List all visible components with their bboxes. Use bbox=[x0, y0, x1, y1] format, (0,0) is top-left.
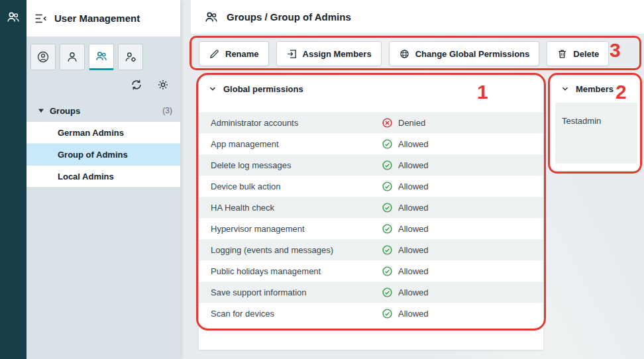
permission-status: Allowed bbox=[382, 223, 429, 234]
permission-name: Hypervisor management bbox=[211, 224, 382, 234]
breadcrumb: Groups / Group of Admins bbox=[227, 11, 351, 23]
main-header: Groups / Group of Admins bbox=[191, 0, 644, 34]
permission-row: Public holidays managementAllowed bbox=[199, 260, 543, 282]
collapse-sidebar-icon[interactable] bbox=[33, 11, 48, 26]
permission-status-label: Allowed bbox=[398, 266, 429, 276]
permission-row: HA Health checkAllowed bbox=[199, 197, 543, 218]
tab-groups[interactable] bbox=[89, 44, 114, 70]
assign-members-label: Assign Members bbox=[303, 49, 372, 59]
allowed-icon bbox=[382, 244, 393, 256]
trash-icon bbox=[557, 48, 568, 60]
delete-button[interactable]: Delete bbox=[547, 41, 609, 66]
allowed-icon bbox=[382, 287, 393, 298]
permission-row: App managementAllowed bbox=[199, 133, 543, 154]
tree-item-german-admins[interactable]: German Admins bbox=[27, 122, 180, 144]
tab-roles[interactable] bbox=[118, 44, 143, 70]
groups-tree: Groups (3) German AdminsGroup of AdminsL… bbox=[27, 99, 180, 187]
permission-status: Allowed bbox=[382, 287, 429, 298]
permission-name: Save support information bbox=[211, 287, 382, 297]
allowed-icon bbox=[382, 223, 393, 234]
sidebar-tabs bbox=[27, 37, 180, 70]
member-item[interactable]: Testadmin bbox=[562, 116, 631, 126]
permission-name: Delete log messages bbox=[211, 160, 382, 170]
groups-icon bbox=[204, 10, 219, 25]
tree-item-label: Local Admins bbox=[58, 172, 114, 181]
tree-items: German AdminsGroup of AdminsLocal Admins bbox=[27, 122, 180, 187]
people-icon bbox=[95, 50, 108, 63]
permission-status-label: Allowed bbox=[398, 287, 429, 297]
settings-gear-icon[interactable] bbox=[156, 78, 170, 91]
permission-name: Device bulk action bbox=[211, 181, 382, 191]
permission-status-label: Allowed bbox=[398, 309, 429, 319]
members-title: Members bbox=[576, 84, 614, 94]
tab-users[interactable] bbox=[60, 44, 85, 70]
permission-name: Administrator accounts bbox=[211, 118, 382, 128]
permission-status: Allowed bbox=[382, 308, 429, 319]
refresh-icon[interactable] bbox=[130, 78, 143, 91]
tree-item-local-admins[interactable]: Local Admins bbox=[27, 166, 180, 187]
global-permissions-title: Global permissions bbox=[223, 84, 303, 94]
toolbar: Rename Assign Members Change Global Perm… bbox=[199, 41, 609, 66]
members-panel: Members Testadmin bbox=[551, 76, 641, 171]
permission-status: Allowed bbox=[382, 181, 429, 192]
permissions-list: Administrator accountsDeniedApp manageme… bbox=[199, 112, 543, 324]
assign-members-icon bbox=[286, 48, 297, 60]
allowed-icon bbox=[382, 308, 393, 319]
sidebar-header: User Management bbox=[27, 0, 180, 37]
chevron-down-icon bbox=[561, 84, 570, 93]
permission-row: Device bulk actionAllowed bbox=[199, 176, 543, 197]
permission-status-label: Denied bbox=[398, 118, 425, 128]
permission-name: Scan for devices bbox=[211, 309, 382, 319]
rename-button[interactable]: Rename bbox=[199, 41, 269, 66]
tree-group-label: Groups bbox=[50, 106, 80, 116]
assign-members-button[interactable]: Assign Members bbox=[276, 41, 382, 66]
permission-row: Save support informationAllowed bbox=[199, 282, 543, 303]
permission-name: Public holidays management bbox=[211, 266, 382, 276]
global-permissions-header[interactable]: Global permissions bbox=[199, 76, 543, 101]
allowed-icon bbox=[382, 138, 393, 150]
allowed-icon bbox=[382, 181, 393, 192]
allowed-icon bbox=[382, 202, 393, 213]
permission-status-label: Allowed bbox=[398, 139, 429, 149]
tree-item-label: Group of Admins bbox=[58, 150, 128, 160]
user-management-rail-icon[interactable] bbox=[0, 4, 27, 30]
permission-status-label: Allowed bbox=[398, 245, 429, 255]
global-permissions-panel: Global permissions Administrator account… bbox=[199, 76, 543, 350]
change-global-permissions-button[interactable]: Change Global Permissions bbox=[389, 41, 540, 66]
person-circle-icon bbox=[36, 50, 50, 64]
permission-status: Allowed bbox=[382, 266, 429, 277]
permission-status: Denied bbox=[382, 117, 425, 128]
sidebar-actions bbox=[27, 70, 180, 99]
tree-item-group-of-admins[interactable]: Group of Admins bbox=[27, 144, 180, 166]
permission-name: HA Health check bbox=[211, 203, 382, 213]
permission-row: Delete log messagesAllowed bbox=[199, 154, 543, 176]
permission-row: Administrator accountsDenied bbox=[199, 112, 543, 133]
permission-status: Allowed bbox=[382, 202, 429, 213]
permission-status: Allowed bbox=[382, 138, 429, 150]
permission-name: App management bbox=[211, 139, 382, 149]
tab-accounts[interactable] bbox=[30, 44, 56, 70]
permission-status-label: Allowed bbox=[398, 203, 429, 213]
denied-icon bbox=[382, 117, 393, 128]
permission-row: Scan for devicesAllowed bbox=[199, 303, 543, 324]
tree-group-count: (3) bbox=[162, 106, 172, 115]
tree-group-header[interactable]: Groups (3) bbox=[27, 99, 180, 122]
change-global-permissions-label: Change Global Permissions bbox=[415, 49, 530, 59]
members-header[interactable]: Members bbox=[551, 76, 641, 101]
person-icon bbox=[66, 50, 79, 64]
caret-down-icon bbox=[37, 107, 45, 115]
sidebar: User Management bbox=[27, 0, 180, 359]
chevron-down-icon bbox=[208, 84, 217, 93]
users-icon bbox=[6, 10, 21, 25]
members-list: Testadmin bbox=[555, 103, 637, 164]
user-management-app: User Management bbox=[0, 0, 644, 359]
permission-status-label: Allowed bbox=[398, 181, 429, 191]
sidebar-title: User Management bbox=[54, 13, 140, 24]
permission-status-label: Allowed bbox=[398, 160, 429, 170]
permission-row: Hypervisor managementAllowed bbox=[199, 218, 543, 239]
person-gear-icon bbox=[124, 50, 137, 64]
permission-status: Allowed bbox=[382, 244, 429, 256]
permission-status: Allowed bbox=[382, 160, 429, 171]
rename-label: Rename bbox=[225, 49, 259, 59]
globe-permissions-icon bbox=[399, 48, 410, 60]
